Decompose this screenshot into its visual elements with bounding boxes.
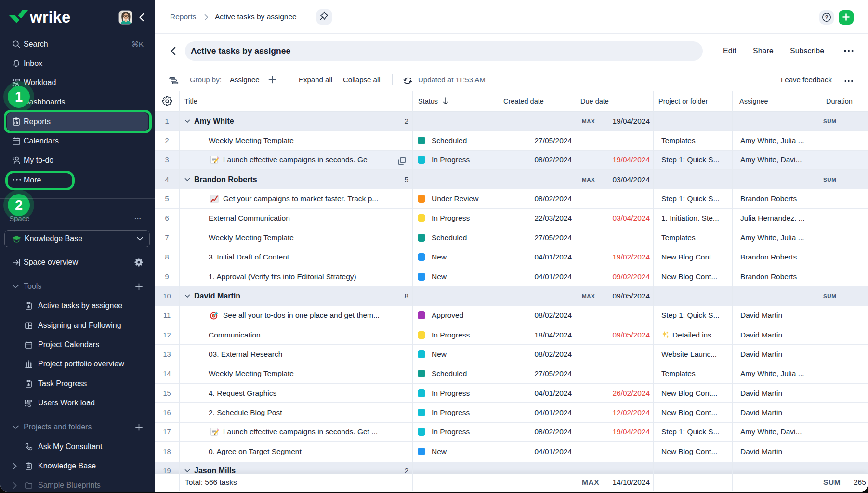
svg-text:?: ? bbox=[825, 14, 828, 20]
svg-text:wrike: wrike bbox=[29, 8, 70, 26]
